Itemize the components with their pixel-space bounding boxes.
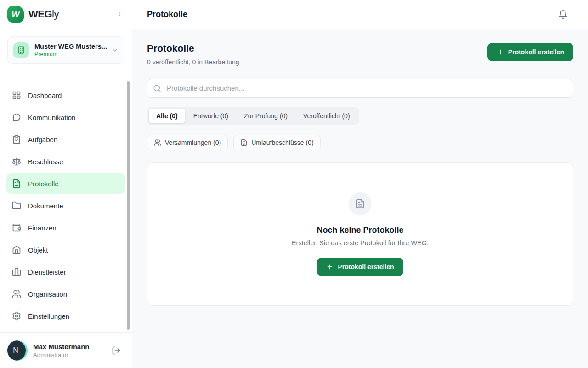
tab-entwuerfe[interactable]: Entwürfe (0) xyxy=(186,109,236,123)
plus-icon xyxy=(326,263,334,270)
tab-zur-pruefung[interactable]: Zur Prüfung (0) xyxy=(237,109,295,123)
tab-veroeffentlicht[interactable]: Veröffentlicht (0) xyxy=(296,109,357,123)
sidebar-item-label: Organisation xyxy=(28,290,67,298)
create-protokoll-button[interactable]: Protokoll erstellen xyxy=(487,43,573,61)
gear-icon xyxy=(12,311,21,321)
briefcase-icon xyxy=(12,267,21,276)
file-text-icon xyxy=(355,199,365,209)
sidebar-item-label: Kommunikation xyxy=(28,114,75,121)
sidebar-item-objekt[interactable]: Objekt xyxy=(6,240,125,260)
sidebar-item-dokumente[interactable]: Dokumente xyxy=(6,196,125,216)
sidebar-item-einstellungen[interactable]: Einstellungen xyxy=(6,306,125,326)
workspace-selector[interactable]: Muster WEG Musters... Premium xyxy=(7,36,124,64)
page-head-text: Protokolle 0 veröffentlicht, 0 in Bearbe… xyxy=(147,43,239,66)
logout-button[interactable] xyxy=(110,344,123,357)
sidebar: W WEGly Muster WEG Musters... Premium Da… xyxy=(0,0,132,368)
brand-logo-icon: W xyxy=(7,6,24,23)
status-tabs: Alle (0) Entwürfe (0) Zur Prüfung (0) Ve… xyxy=(147,107,359,125)
chevron-down-icon xyxy=(111,46,119,54)
user-name: Max Mustermann xyxy=(33,343,104,351)
users-icon xyxy=(154,139,161,146)
plus-icon xyxy=(497,48,504,56)
filter-label: Versammlungen (0) xyxy=(165,139,221,146)
empty-state-description: Erstellen Sie das erste Protokoll für Ih… xyxy=(292,239,429,247)
page-head: Protokolle 0 veröffentlicht, 0 in Bearbe… xyxy=(147,43,573,66)
notifications-button[interactable] xyxy=(556,8,570,21)
sidebar-item-label: Dienstleister xyxy=(28,268,66,276)
sidebar-item-label: Objekt xyxy=(28,246,48,254)
workspace-name: Muster WEG Musters... xyxy=(34,43,106,50)
file-text-icon xyxy=(12,179,21,188)
sidebar-item-label: Einstellungen xyxy=(28,312,69,320)
message-bubble-icon xyxy=(12,113,21,122)
building-icon xyxy=(13,42,29,58)
brand-name: WEGly xyxy=(28,8,59,20)
sidebar-item-label: Protokolle xyxy=(28,180,59,188)
create-protokoll-button-label: Protokoll erstellen xyxy=(508,48,564,56)
sidebar-scrollbar-thumb[interactable] xyxy=(127,81,130,330)
wallet-icon xyxy=(12,223,21,232)
sidebar-nav: Dashboard Kommunikation Aufgaben Beschlü… xyxy=(0,71,132,332)
logout-icon xyxy=(112,346,121,355)
type-filters: Versammlungen (0) Umlaufbeschlüsse (0) xyxy=(147,135,573,150)
search-bar xyxy=(147,79,573,98)
filter-label: Umlaufbeschlüsse (0) xyxy=(251,139,313,146)
empty-state-title: Noch keine Protokolle xyxy=(317,225,403,235)
user-footer: N Max Mustermann Administrator xyxy=(0,332,132,368)
main-area: Protokolle Protokolle 0 veröffentlicht, … xyxy=(132,0,588,368)
sidebar-item-kommunikation[interactable]: Kommunikation xyxy=(6,107,125,127)
sidebar-item-label: Dokumente xyxy=(28,202,63,210)
sidebar-item-label: Beschlüsse xyxy=(28,158,63,166)
tab-alle[interactable]: Alle (0) xyxy=(149,109,185,123)
topbar: Protokolle xyxy=(132,0,588,29)
sidebar-item-protokolle[interactable]: Protokolle xyxy=(6,173,125,194)
brand-name-bold: WEG xyxy=(28,8,52,20)
page-subtitle: 0 veröffentlicht, 0 in Bearbeitung xyxy=(147,58,239,66)
sidebar-item-label: Finanzen xyxy=(28,224,57,232)
user-role: Administrator xyxy=(33,351,104,358)
search-icon xyxy=(153,84,161,92)
sidebar-item-beschluesse[interactable]: Beschlüsse xyxy=(6,151,125,172)
folder-icon xyxy=(12,201,21,210)
sidebar-item-hilfe[interactable]: Hilfe xyxy=(6,328,125,332)
clipboard-check-icon xyxy=(12,135,21,144)
workspace-meta: Muster WEG Musters... Premium xyxy=(34,43,106,58)
filter-umlaufbeschluesse[interactable]: Umlaufbeschlüsse (0) xyxy=(233,135,320,150)
sidebar-item-aufgaben[interactable]: Aufgaben xyxy=(6,129,125,150)
workspace-plan-badge: Premium xyxy=(34,51,106,58)
avatar-initial: N xyxy=(7,340,26,361)
brand-name-light: ly xyxy=(52,8,59,20)
protokolle-empty-card: Noch keine Protokolle Erstellen Sie das … xyxy=(147,162,573,306)
sidebar-header: W WEGly xyxy=(0,0,132,29)
sidebar-item-label: Dashboard xyxy=(28,92,62,99)
sidebar-item-dashboard[interactable]: Dashboard xyxy=(6,85,125,105)
content: Protokolle 0 veröffentlicht, 0 in Bearbe… xyxy=(132,29,588,368)
empty-state-icon-circle xyxy=(349,192,372,215)
empty-state-create-button[interactable]: Protokoll erstellen xyxy=(317,258,403,276)
page-title: Protokolle xyxy=(147,43,239,54)
sidebar-item-finanzen[interactable]: Finanzen xyxy=(6,218,125,238)
sidebar-item-dienstleister[interactable]: Dienstleister xyxy=(6,262,125,282)
sidebar-item-organisation[interactable]: Organisation xyxy=(6,284,125,304)
search-input[interactable] xyxy=(147,79,573,98)
dashboard-grid-icon xyxy=(12,91,21,100)
topbar-title: Protokolle xyxy=(147,10,187,19)
user-meta: Max Mustermann Administrator xyxy=(33,343,104,358)
chevron-left-icon xyxy=(116,11,123,17)
sidebar-item-label: Aufgaben xyxy=(28,136,57,144)
avatar: N xyxy=(7,340,28,361)
home-icon xyxy=(12,245,21,254)
scale-icon xyxy=(12,157,21,166)
sidebar-collapse-button[interactable] xyxy=(114,9,124,19)
file-check-icon xyxy=(240,139,248,146)
bell-icon xyxy=(558,10,568,19)
filter-versammlungen[interactable]: Versammlungen (0) xyxy=(147,135,228,150)
users-icon xyxy=(12,289,21,299)
empty-state-create-button-label: Protokoll erstellen xyxy=(338,263,394,270)
